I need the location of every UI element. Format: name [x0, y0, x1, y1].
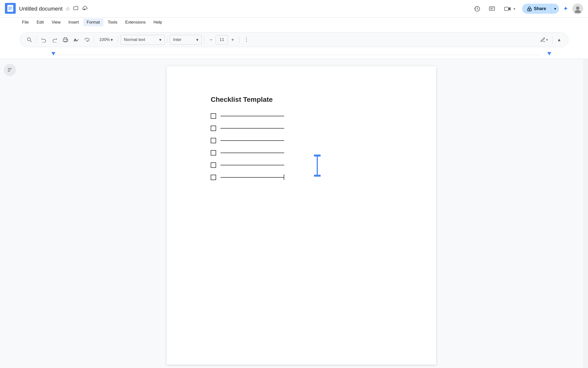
history-button[interactable]: [472, 3, 483, 14]
font-size-control: − +: [207, 35, 237, 44]
menu-tools[interactable]: Tools: [104, 18, 121, 26]
checkbox-3[interactable]: [211, 138, 216, 143]
zoom-label: 100%: [99, 37, 110, 42]
sep-3: [118, 36, 118, 43]
checklist-item-6: [211, 175, 392, 180]
svg-text:A: A: [74, 38, 76, 42]
menu-file[interactable]: File: [19, 18, 32, 26]
zoom-chevron: ▾: [111, 37, 113, 42]
doc-title-area: Untitled document ☆: [19, 5, 472, 12]
font-size-input[interactable]: [216, 35, 228, 44]
star-icon[interactable]: ☆: [65, 6, 70, 12]
more-options-icon: ⋮: [244, 37, 250, 43]
ruler-line: [49, 55, 539, 55]
menu-edit[interactable]: Edit: [33, 18, 47, 26]
svg-point-17: [67, 40, 67, 40]
svg-rect-4: [8, 9, 11, 10]
svg-rect-7: [489, 7, 495, 10]
checklist: [211, 113, 392, 180]
sep-6: [239, 36, 239, 43]
svg-rect-3: [8, 8, 12, 9]
collapse-toolbar-button[interactable]: ▲: [555, 35, 563, 45]
checklist-line-1[interactable]: [220, 116, 284, 116]
svg-point-14: [575, 10, 581, 13]
document-title[interactable]: Checklist Template: [211, 96, 392, 104]
doc-title[interactable]: Untitled document: [19, 6, 62, 12]
user-avatar[interactable]: [572, 3, 583, 14]
svg-rect-10: [504, 7, 508, 11]
share-button[interactable]: Share ▾: [522, 4, 559, 14]
checklist-line-4[interactable]: [220, 153, 284, 153]
menu-bar: File Edit View Insert Format Tools Exten…: [0, 18, 588, 28]
menu-view[interactable]: View: [48, 18, 64, 26]
edit-mode-button[interactable]: ▾: [538, 35, 550, 45]
checklist-line-3[interactable]: [220, 140, 284, 141]
checklist-line-5[interactable]: [220, 165, 284, 165]
paint-format-button[interactable]: [82, 35, 92, 45]
checkbox-5[interactable]: [211, 162, 216, 168]
increase-font-button[interactable]: +: [228, 36, 237, 44]
edit-chevron: ▾: [546, 38, 548, 42]
meet-button[interactable]: ▾: [501, 4, 518, 13]
app-icon[interactable]: [5, 3, 16, 15]
checkbox-1[interactable]: [211, 113, 216, 119]
svg-line-16: [30, 40, 32, 42]
ruler: [0, 51, 588, 59]
checklist-line-2[interactable]: [220, 128, 284, 129]
checklist-item-5: [211, 162, 392, 168]
font-selector[interactable]: Inter ▾: [170, 35, 202, 45]
spellcheck-button[interactable]: A: [72, 35, 81, 45]
toolbar: A 100% ▾ Normal text ▾ Inter ▾: [20, 32, 568, 47]
svg-point-13: [576, 6, 579, 10]
sep-4: [167, 36, 167, 43]
sep-5: [204, 36, 204, 43]
checklist-item-4: [211, 150, 392, 156]
share-dropdown-arrow[interactable]: ▾: [551, 4, 559, 13]
redo-button[interactable]: [50, 35, 59, 45]
sep-1: [37, 36, 37, 43]
title-right-area: ▾ Share ▾ ✦: [472, 3, 583, 14]
sep-2: [94, 36, 94, 43]
checkbox-2[interactable]: [211, 126, 216, 131]
checklist-item-1: [211, 113, 392, 119]
checklist-line-6[interactable]: [220, 177, 284, 178]
undo-button[interactable]: [39, 35, 49, 45]
left-sidebar: [0, 59, 20, 368]
share-button-main[interactable]: Share: [522, 4, 551, 14]
style-chevron: ▾: [159, 37, 161, 42]
comments-button[interactable]: [487, 3, 497, 14]
menu-extensions[interactable]: Extensions: [122, 18, 149, 26]
scrollbar[interactable]: [583, 59, 588, 368]
checkbox-6[interactable]: [211, 175, 216, 180]
document-container: Checklist Template: [20, 59, 583, 368]
gemini-icon[interactable]: ✦: [563, 5, 568, 13]
cloud-icon[interactable]: [82, 6, 88, 12]
share-label: Share: [534, 6, 546, 11]
menu-help[interactable]: Help: [150, 18, 165, 26]
svg-point-15: [27, 38, 31, 41]
search-button[interactable]: [25, 35, 34, 45]
menu-insert[interactable]: Insert: [65, 18, 82, 26]
font-chevron: ▾: [196, 37, 198, 42]
folder-icon[interactable]: [73, 5, 79, 12]
print-button[interactable]: [61, 35, 70, 45]
collapse-icon: ▲: [557, 37, 561, 42]
zoom-selector[interactable]: 100% ▾: [97, 36, 115, 43]
checklist-item-3: [211, 138, 392, 143]
outline-button[interactable]: [4, 64, 16, 76]
sep-7: [552, 36, 552, 43]
decrease-font-button[interactable]: −: [207, 36, 215, 44]
ruler-right-marker[interactable]: [547, 52, 551, 55]
menu-format[interactable]: Format: [83, 18, 103, 26]
font-label: Inter: [173, 37, 181, 42]
title-bar: Untitled document ☆: [0, 0, 588, 18]
svg-rect-2: [8, 7, 12, 7]
checkbox-4[interactable]: [211, 150, 216, 156]
meet-chevron: ▾: [514, 7, 515, 11]
more-options-button[interactable]: ⋮: [242, 35, 252, 45]
style-label: Normal text: [124, 37, 145, 42]
document-page[interactable]: Checklist Template: [167, 66, 436, 365]
svg-point-12: [529, 9, 530, 10]
main-area: Checklist Template: [0, 59, 588, 368]
style-selector[interactable]: Normal text ▾: [121, 35, 165, 45]
